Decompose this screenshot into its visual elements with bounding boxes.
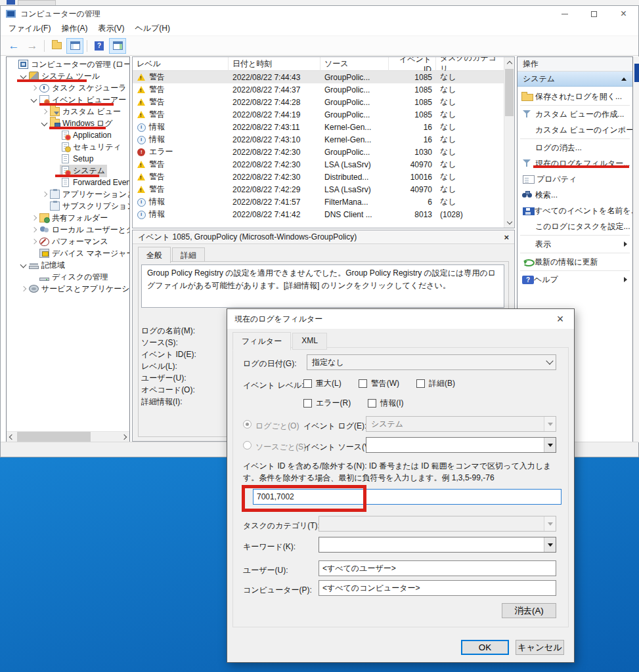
tree-item[interactable]: 記憶域 — [7, 259, 129, 271]
column-header[interactable]: 日付と時刻 — [229, 57, 320, 71]
log-date-combo[interactable]: 指定なし — [307, 354, 556, 370]
event-row[interactable]: 警告2022/08/22 7:44:37GroupPolic...1085なし — [133, 83, 504, 96]
tree-item[interactable]: Forwarded Event — [7, 177, 129, 188]
tree-item[interactable]: カスタム ビュー — [7, 106, 129, 117]
tree-item[interactable]: ローカル ユーザーとグループ — [7, 224, 129, 236]
event-row[interactable]: 警告2022/08/22 7:42:30Distributed...10016な… — [133, 171, 504, 183]
action-item[interactable]: 表示 — [518, 236, 632, 252]
tree-item[interactable]: イベント ビューアー — [7, 94, 129, 106]
tree-item[interactable]: Windows ログ — [7, 117, 129, 129]
level-checkbox-option[interactable]: 詳細(B) — [416, 378, 455, 389]
computer-input[interactable] — [319, 580, 556, 596]
tree-item[interactable]: Setup — [7, 153, 129, 165]
expander-open-icon[interactable] — [19, 70, 28, 82]
expander-closed-icon[interactable] — [30, 82, 39, 94]
event-row[interactable]: 警告2022/08/22 7:44:28GroupPolic...1085なし — [133, 96, 504, 108]
chevron-down-icon[interactable] — [544, 355, 556, 369]
action-pane-scrollbar[interactable] — [633, 56, 639, 442]
by-source-radio[interactable] — [243, 441, 252, 450]
back-button[interactable] — [5, 38, 22, 54]
keyword-combo[interactable] — [319, 537, 556, 553]
collapse-section-icon[interactable] — [621, 75, 627, 82]
dropdown-arrow-icon[interactable] — [544, 537, 556, 552]
scroll-right-icon[interactable] — [119, 432, 129, 442]
tree-item[interactable]: サービスとアプリケーション — [7, 283, 129, 295]
event-source-combo[interactable] — [366, 437, 556, 453]
event-row[interactable]: 警告2022/08/22 7:42:30LSA (LsaSrv)40970なし — [133, 158, 504, 171]
event-id-input[interactable] — [253, 489, 562, 505]
checkbox-unchecked[interactable] — [303, 399, 312, 408]
tree-item[interactable]: システム ツール — [7, 70, 129, 82]
tree-item[interactable]: サブスクリプション — [7, 200, 129, 212]
action-item[interactable]: プロパティ — [518, 171, 632, 187]
checkbox-unchecked[interactable] — [303, 379, 312, 388]
tree-item[interactable]: タスク スケジューラ — [7, 82, 129, 94]
tree-item[interactable]: Application — [7, 129, 129, 141]
expander-closed-icon[interactable] — [19, 283, 28, 295]
dropdown-arrow-icon[interactable] — [544, 438, 556, 452]
scrollbar-thumb[interactable] — [17, 432, 91, 442]
minimize-button[interactable] — [550, 6, 579, 22]
column-header[interactable]: ソース — [320, 57, 389, 71]
action-item[interactable]: 現在のログをフィルター... — [518, 156, 632, 171]
tree-item[interactable]: 共有フォルダー — [7, 212, 129, 224]
expander-open-icon[interactable] — [19, 259, 28, 271]
tree-horizontal-scrollbar[interactable] — [7, 431, 129, 442]
event-row[interactable]: 警告2022/08/22 7:44:19GroupPolic...1085なし — [133, 108, 504, 121]
tree-item[interactable]: コンピューターの管理 (ローカル) — [7, 58, 129, 70]
level-checkbox-option[interactable]: 警告(W) — [359, 378, 399, 389]
action-item[interactable]: このログにタスクを設定... — [518, 219, 632, 234]
level-checkbox-option[interactable]: 重大(L) — [303, 378, 342, 389]
scroll-down-icon[interactable] — [504, 217, 515, 228]
expander-closed-icon[interactable] — [40, 106, 49, 117]
level-checkbox-option[interactable]: 情報(I) — [368, 398, 403, 409]
actions-section-header[interactable]: システム — [518, 72, 632, 87]
ok-button[interactable]: OK — [461, 640, 509, 655]
event-row[interactable]: 情報2022/08/22 7:41:42DNS Client ...8013(1… — [133, 208, 504, 220]
menu-item[interactable]: ファイル(F) — [3, 21, 56, 36]
tree-item[interactable]: アプリケーションとサービ — [7, 188, 129, 200]
tab-filter[interactable]: フィルター — [232, 332, 291, 350]
event-row[interactable]: 情報2022/08/22 7:43:10Kernel-Gen...16なし — [133, 133, 504, 146]
action-pane-scrollbar-thumb[interactable] — [634, 64, 639, 82]
level-checkbox-option[interactable]: エラー(R) — [303, 398, 351, 409]
expander-closed-icon[interactable] — [30, 224, 39, 236]
action-item[interactable]: カスタム ビューのインポート... — [518, 122, 632, 138]
scrollbar-thumb[interactable] — [505, 69, 514, 116]
event-row[interactable]: エラー2022/08/22 7:42:30GroupPolic...1030なし — [133, 146, 504, 158]
column-header[interactable]: タスクのカテゴリ — [436, 57, 504, 71]
help-button[interactable] — [91, 38, 108, 54]
by-log-radio[interactable] — [243, 420, 252, 429]
show-console-tree-button[interactable] — [66, 38, 83, 54]
checkbox-unchecked[interactable] — [359, 379, 367, 388]
expander-open-icon[interactable] — [30, 94, 39, 106]
clear-button[interactable]: 消去(A) — [502, 603, 556, 618]
user-input[interactable] — [319, 560, 556, 576]
checkbox-unchecked[interactable] — [416, 379, 425, 388]
action-item[interactable]: 最新の情報に更新 — [518, 254, 632, 270]
show-action-pane-button[interactable] — [109, 38, 126, 54]
column-header[interactable]: イベント ID — [389, 57, 436, 71]
checkbox-unchecked[interactable] — [368, 399, 376, 408]
expander-closed-icon[interactable] — [30, 236, 39, 247]
event-row[interactable]: 警告2022/08/22 7:42:29LSA (LsaSrv)40970なし — [133, 183, 504, 196]
event-list-vertical-scrollbar[interactable] — [504, 57, 514, 228]
dialog-close-button[interactable] — [546, 309, 574, 329]
expander-closed-icon[interactable] — [30, 212, 39, 224]
menu-item[interactable]: 表示(V) — [93, 21, 129, 36]
tree-item[interactable]: パフォーマンス — [7, 236, 129, 247]
expander-open-icon[interactable] — [40, 117, 49, 129]
tree-item[interactable]: デバイス マネージャー — [7, 247, 129, 259]
maximize-button[interactable] — [579, 6, 609, 22]
event-row[interactable]: 警告2022/08/22 7:44:43GroupPolic...1085なし — [133, 71, 504, 83]
event-message-box[interactable]: Group Policy Registry の設定を適用できませんでした。Gro… — [141, 264, 504, 308]
event-row[interactable]: 情報2022/08/22 7:41:57FilterMana...6なし — [133, 196, 504, 208]
close-detail-button[interactable] — [504, 232, 509, 242]
action-item[interactable]: 保存されたログを開く... — [518, 89, 632, 104]
close-button[interactable] — [609, 6, 638, 22]
action-item[interactable]: カスタム ビューの作成... — [518, 106, 632, 122]
column-header[interactable]: レベル — [133, 57, 229, 71]
menu-item[interactable]: 操作(A) — [56, 21, 93, 36]
expander-closed-icon[interactable] — [40, 188, 49, 200]
tree-item[interactable]: セキュリティ — [7, 141, 129, 153]
